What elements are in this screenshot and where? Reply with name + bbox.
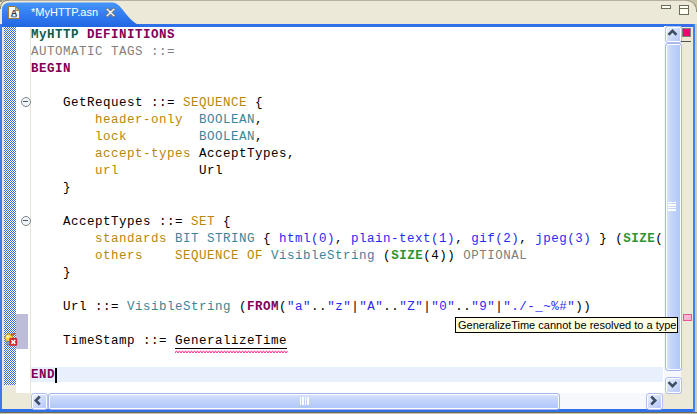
svg-text:A: A: [11, 8, 18, 18]
